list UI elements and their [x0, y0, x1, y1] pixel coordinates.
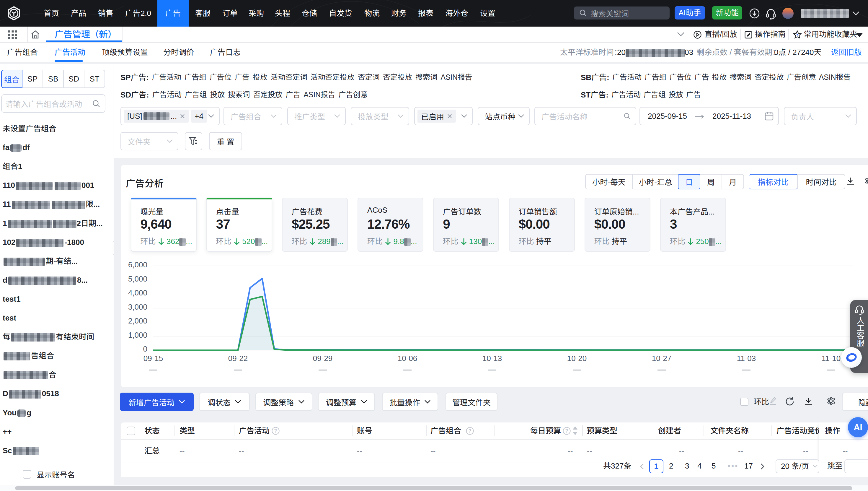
svg-text:?: ? — [565, 428, 568, 433]
svg-text:?: ? — [274, 428, 277, 433]
svg-text:?: ? — [469, 428, 471, 433]
